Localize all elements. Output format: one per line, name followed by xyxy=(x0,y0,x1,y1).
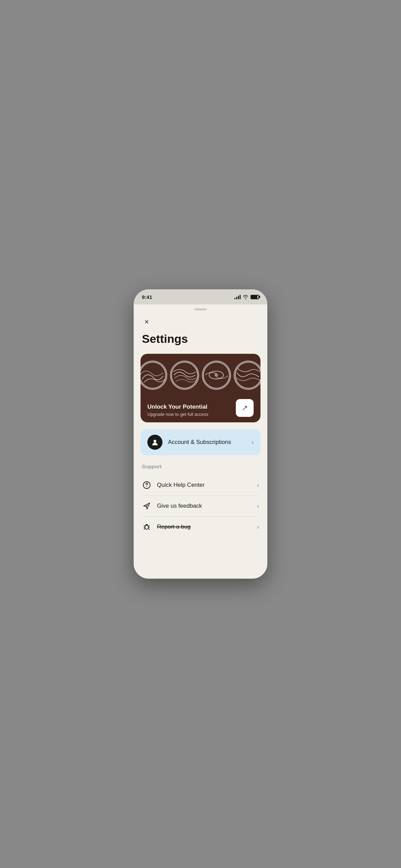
account-avatar xyxy=(147,435,162,450)
settings-sheet: × Settings xyxy=(134,304,267,579)
report-bug-chevron: › xyxy=(257,523,259,531)
status-icons xyxy=(234,295,259,299)
marble-2 xyxy=(170,361,199,390)
card-content: Unlock Your Potential Upgrade now to get… xyxy=(147,399,254,417)
close-icon: × xyxy=(145,318,149,326)
svg-point-6 xyxy=(154,440,156,443)
report-bug-row[interactable]: Report a bug › xyxy=(142,517,259,537)
account-subscriptions-row[interactable]: Account & Subscriptions › xyxy=(141,429,260,455)
quick-help-label: Quick Help Center xyxy=(157,482,257,489)
card-title: Unlock Your Potential xyxy=(147,403,208,410)
close-button[interactable]: × xyxy=(141,316,153,328)
marble-3 xyxy=(202,361,231,390)
status-time: 9:41 xyxy=(142,294,152,300)
card-subtitle: Upgrade now to get full access xyxy=(147,412,208,417)
wifi-icon xyxy=(243,295,248,299)
help-circle-icon xyxy=(142,480,151,490)
phone-frame: 9:41 × Settings xyxy=(134,289,267,579)
signal-icon xyxy=(234,295,241,299)
drag-handle[interactable] xyxy=(194,309,207,310)
external-link-icon: ↗ xyxy=(242,403,248,412)
quick-help-row[interactable]: Quick Help Center › xyxy=(142,475,259,496)
svg-point-9 xyxy=(145,525,148,529)
upgrade-card[interactable]: Unlock Your Potential Upgrade now to get… xyxy=(141,354,260,422)
svg-point-4 xyxy=(215,373,218,377)
feedback-chevron: › xyxy=(257,503,259,510)
marble-4 xyxy=(234,361,260,390)
card-text-group: Unlock Your Potential Upgrade now to get… xyxy=(147,403,208,417)
account-section: Account & Subscriptions › xyxy=(141,429,260,455)
feedback-label: Give us feedback xyxy=(157,503,257,509)
marble-1 xyxy=(141,361,167,390)
chevron-right-icon: › xyxy=(252,439,254,446)
svg-point-1 xyxy=(171,362,197,388)
bug-icon xyxy=(142,522,151,532)
feedback-row[interactable]: Give us feedback › xyxy=(142,496,259,517)
status-bar: 9:41 xyxy=(134,289,267,304)
svg-point-0 xyxy=(141,362,166,388)
marbles-container xyxy=(141,354,260,390)
svg-point-8 xyxy=(146,486,147,487)
upgrade-arrow-button[interactable]: ↗ xyxy=(236,399,254,417)
send-icon xyxy=(142,501,151,511)
support-section-header: Support xyxy=(142,463,259,469)
report-bug-label: Report a bug xyxy=(157,523,257,530)
quick-help-chevron: › xyxy=(257,482,259,489)
battery-icon xyxy=(251,295,259,299)
account-icon xyxy=(151,438,159,446)
page-title: Settings xyxy=(134,332,267,354)
support-section: Support Quick Help Center › xyxy=(134,463,267,537)
account-label: Account & Subscriptions xyxy=(168,439,252,446)
